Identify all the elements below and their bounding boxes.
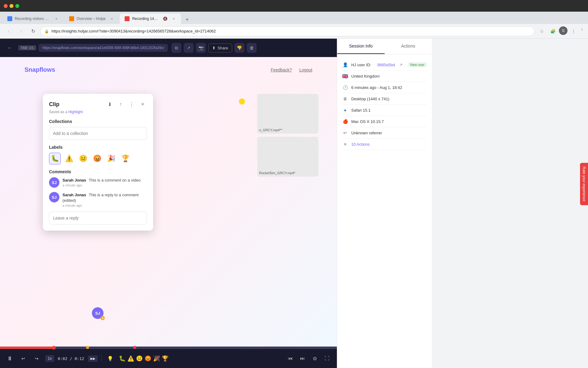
bookmark-icon[interactable]: ☆ [537, 26, 547, 36]
skip-start-button[interactable]: ⏮ [285, 354, 295, 363]
ctrl-angry[interactable]: 😡 [145, 355, 151, 362]
camera-icon[interactable]: 📷 [196, 43, 206, 53]
timeline-user-marker: SJ ⚠ [92, 307, 104, 319]
tab-recording[interactable]: Recording 14266565728 🔇 × [120, 13, 181, 24]
snapflows-nav: Snapflows Feedback? Logout [24, 66, 312, 73]
back-button[interactable]: ‹ [4, 26, 13, 36]
highlight-link[interactable]: Highlight [68, 110, 83, 114]
recording-player: ← TAB: 1/1 https://snapflows.com/workspa… [0, 39, 337, 368]
maximize-button[interactable] [15, 4, 19, 8]
user-icon: 👤 [342, 62, 348, 68]
session-row-os: 🍎 Mac OS X 10.15.7 [342, 116, 427, 127]
tab-session-info[interactable]: Session Info [337, 39, 385, 54]
forward-button[interactable]: › [16, 26, 26, 36]
new-user-badge: New user [408, 62, 427, 67]
feedback-link[interactable]: Feedback? [271, 67, 292, 72]
traffic-lights [4, 4, 19, 8]
ctrl-bug[interactable]: 🐛 [119, 355, 126, 362]
skip-silence-button[interactable]: ▶▶ [88, 355, 98, 362]
copy-icon[interactable]: ⧉ [172, 43, 181, 53]
country-label: United Kingdom [351, 74, 427, 79]
emoji-controls: 🐛 ⚠️ 😐 😡 🎉 🏆 [119, 355, 168, 362]
video-controls: ⏸ ↩ ↪ 1x 0:02 / 0:12 ▶▶ 💡 🐛 ⚠️ [0, 347, 337, 368]
menu-icon[interactable]: ⋮ [569, 26, 579, 36]
session-row-browser: ● Safari 15.1 [342, 105, 427, 116]
share-clip-icon[interactable]: ↑ [116, 100, 125, 109]
comment-text-1: This is a comment on a video [89, 178, 141, 182]
os-label: Mac OS X 10.15.7 [351, 119, 427, 124]
tab-favicon-1 [7, 16, 12, 21]
minimize-button[interactable] [9, 4, 13, 8]
labels-section: Labels 🐛 ⚠️ 😐 😡 🎉 🏆 [49, 145, 147, 164]
skip-end-button[interactable]: ⏭ [298, 354, 307, 363]
tab-label-1: Recording visitors on Hotjar ( [15, 17, 50, 21]
tab-close-3[interactable]: × [171, 16, 176, 21]
tab-overview[interactable]: Overview – Hotjar × [64, 13, 119, 24]
right-panel: Session Info Actions 👤 HJ user ID: 9885a… [337, 39, 432, 368]
refresh-button[interactable]: ↻ [28, 26, 38, 36]
ctrl-trophy[interactable]: 🏆 [162, 355, 168, 362]
skip-back-button[interactable]: ↩ [18, 354, 28, 363]
close-clip-button[interactable]: × [138, 100, 147, 109]
pause-button[interactable]: ⏸ [5, 354, 15, 363]
hj-user-id-link[interactable]: 9885a5bd [377, 63, 395, 67]
tab-badge: TAB: 1/1 [18, 45, 36, 50]
label-celebrate[interactable]: 🎉 [105, 153, 117, 164]
label-neutral[interactable]: 😐 [77, 153, 89, 164]
ctrl-warning[interactable]: ⚠️ [127, 355, 134, 362]
tab-favicon-3 [125, 16, 130, 21]
trash-icon[interactable]: 🗑 [247, 43, 257, 53]
session-row-device: 🖥 Desktop (1440 x 741) [342, 93, 427, 105]
tab-actions[interactable]: Actions [385, 39, 432, 54]
labels-label: Labels [49, 145, 147, 150]
skip-forward-button[interactable]: ↪ [32, 354, 42, 363]
speed-button[interactable]: 1x [45, 355, 54, 362]
fullscreen-icon[interactable]: ⛶ [322, 354, 332, 363]
label-bug[interactable]: 🐛 [49, 153, 61, 164]
close-button[interactable] [4, 4, 8, 8]
session-info-content: 👤 HJ user ID: 9885a5bd ↗ New user 🇬🇧 Uni… [337, 54, 432, 368]
tab-close-2[interactable]: × [109, 16, 114, 21]
url-text: https://insights.hotjar.com/r?site=30904… [51, 29, 216, 33]
download-icon[interactable]: ⬇ [105, 100, 114, 109]
session-row-userid: 👤 HJ user ID: 9885a5bd ↗ New user [342, 59, 427, 71]
comment-author-1: Sarah Jonas [62, 178, 86, 182]
player-top-bar: ← TAB: 1/1 https://snapflows.com/workspa… [0, 39, 337, 57]
label-trophy[interactable]: 🏆 [119, 153, 131, 164]
tab-favicon-2 [69, 16, 74, 21]
comment-time-2: a minute ago [62, 204, 147, 207]
external-link-icon[interactable]: ↗ [184, 43, 194, 53]
actions-icon: ≡ [342, 141, 348, 147]
clip-subtitle: Saved as a Highlight [49, 110, 147, 114]
comment-body-2: Sarah Jonas This is a reply to a comment… [62, 192, 147, 207]
timeline-progress [0, 347, 54, 349]
thumbs-down-icon[interactable]: 👎 [235, 43, 244, 53]
tab-recording-visitors[interactable]: Recording visitors on Hotjar ( × [2, 13, 64, 24]
ctrl-celebrate[interactable]: 🎉 [153, 355, 160, 362]
tab-close-1[interactable]: × [54, 16, 59, 21]
actions-link[interactable]: 10 Actions [351, 142, 370, 147]
extensions-icon[interactable]: 🧩 [548, 26, 558, 36]
share-button[interactable]: ⬆ Share [208, 44, 232, 52]
rate-experience-sidebar[interactable]: Rate your experience [580, 163, 588, 205]
new-tab-button[interactable]: + [183, 15, 191, 24]
reply-input[interactable] [49, 212, 147, 224]
clip-header-actions: ⬇ ↑ ⋮ × [105, 100, 147, 109]
settings-icon[interactable]: ⚙ [310, 354, 320, 363]
profile-icon[interactable]: S [559, 26, 567, 35]
logout-link[interactable]: Logout [299, 67, 312, 72]
collection-input[interactable] [49, 127, 147, 140]
more-options-icon[interactable]: ⋮ [127, 100, 136, 109]
label-warning[interactable]: ⚠️ [63, 153, 75, 164]
device-label: Desktop (1440 x 741) [351, 97, 427, 101]
lightbulb-icon[interactable]: 💡 [105, 354, 115, 363]
label-angry[interactable]: 😡 [91, 153, 103, 164]
address-bar[interactable]: 🔒 https://insights.hotjar.com/r?site=309… [40, 26, 534, 36]
video-area: Snapflows Feedback? Logout Clip ⬇ ↑ [0, 57, 337, 347]
ctrl-neutral[interactable]: 😐 [136, 355, 143, 362]
timeline[interactable] [0, 347, 337, 349]
snapflows-logo: Snapflows [24, 66, 55, 73]
apple-icon: 🍎 [342, 118, 348, 125]
player-back-button[interactable]: ← [5, 43, 15, 53]
video-thumb-1: n_GRCY.mp4** [257, 94, 318, 134]
